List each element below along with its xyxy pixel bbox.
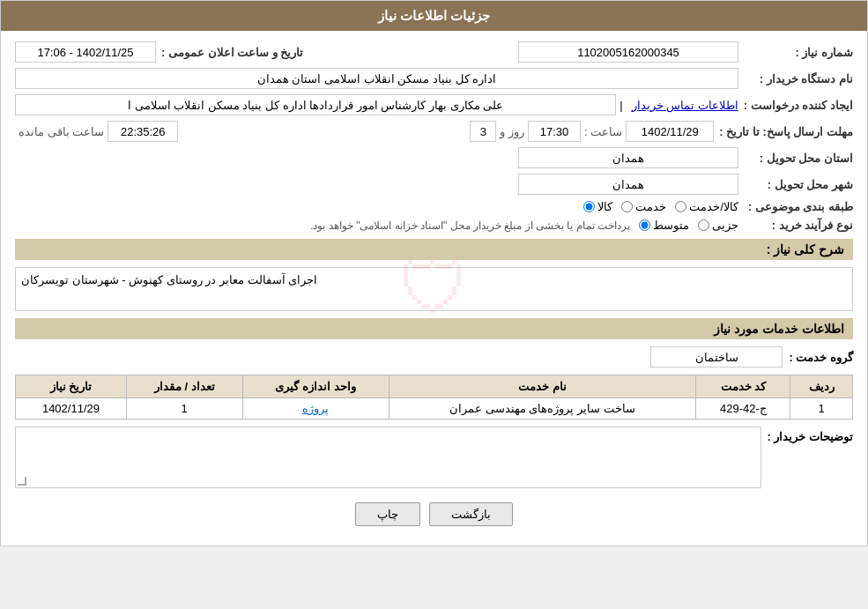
category-row: طبقه بندی موضوعی : کالا خدمت کالا/خدمت: [15, 200, 853, 213]
province-label: استان محل تحویل :: [738, 152, 853, 165]
purchase-type-minor-radio[interactable]: [698, 219, 709, 231]
creator-row: ایجاد کننده درخواست : اطلاعات تماس خریدا…: [15, 94, 853, 115]
category-goods-radio[interactable]: [583, 201, 595, 212]
creator-value: علی مکاری بهار کارشناس امور قراردادها اد…: [15, 94, 616, 115]
city-row: شهر محل تحویل : همدان: [15, 174, 853, 195]
category-label: طبقه بندی موضوعی :: [738, 200, 853, 213]
purchase-type-minor[interactable]: جزیی: [698, 219, 738, 232]
description-value-box: اجرای آسفالت معابر در روستای کهنوش - شهر…: [15, 267, 853, 311]
category-option-goods[interactable]: کالا: [583, 200, 612, 213]
service-group-value: ساختمان: [650, 346, 783, 368]
city-value: همدان: [518, 174, 738, 195]
category-both-radio[interactable]: [675, 201, 686, 212]
cell-service-code: ج-42-429: [696, 398, 790, 420]
service-info-divider: اطلاعات خدمات مورد نیاز: [15, 318, 853, 339]
page-header: جزئیات اطلاعات نیاز: [1, 1, 867, 31]
announcement-value: 1402/11/25 - 17:06: [15, 41, 156, 63]
countdown-value: 22:35:26: [108, 121, 178, 142]
category-service-label: خدمت: [635, 200, 666, 213]
buyer-desc-row: توضیحات خریدار :: [15, 427, 853, 488]
service-table: ردیف کد خدمت نام خدمت واحد اندازه گیری ت…: [15, 375, 853, 420]
resize-handle: [18, 477, 26, 486]
purchase-type-notice: پرداخت تمام یا بخشی از مبلغ خریدار محل "…: [310, 219, 630, 232]
purchase-type-label: نوع فرآیند خرید :: [738, 219, 853, 232]
service-group-label: گروه خدمت :: [783, 351, 853, 364]
category-option-both[interactable]: کالا/خدمت: [675, 200, 738, 213]
cell-row-num: 1: [790, 398, 853, 420]
notice-number-value: 1102005162000345: [518, 41, 738, 63]
category-service-radio[interactable]: [621, 201, 633, 212]
category-both-label: کالا/خدمت: [689, 200, 738, 213]
table-row: 1ج-42-429ساخت سایر پروژه‌های مهندسی عمرا…: [16, 398, 853, 420]
service-group-row: گروه خدمت : ساختمان: [15, 346, 853, 368]
cell-unit: پروژه: [242, 398, 389, 420]
purchase-type-minor-label: جزیی: [712, 219, 738, 232]
buyer-org-label: نام دستگاه خریدار :: [738, 72, 853, 85]
notice-number-row: شماره نیاز : 1102005162000345 تاریخ و سا…: [15, 41, 853, 63]
buyer-desc-label: توضیحات خریدار :: [761, 427, 853, 443]
description-divider: شرح کلی نیاز :: [15, 239, 853, 260]
purchase-type-medium[interactable]: متوسط: [639, 219, 689, 232]
deadline-days-value: 3: [470, 121, 496, 142]
announcement-label: تاریخ و ساعت اعلان عمومی :: [156, 46, 312, 59]
service-table-header-row: ردیف کد خدمت نام خدمت واحد اندازه گیری ت…: [16, 375, 853, 398]
buyer-org-value: اداره کل بنیاد مسکن انقلاب اسلامی استان …: [15, 68, 738, 89]
purchase-type-medium-label: متوسط: [653, 219, 689, 232]
category-option-service[interactable]: خدمت: [621, 200, 666, 213]
col-service-name: نام خدمت: [389, 375, 696, 398]
back-button[interactable]: بازگشت: [429, 502, 513, 526]
cell-date: 1402/11/29: [16, 398, 127, 420]
col-row-num: ردیف: [790, 375, 853, 398]
notice-number-label: شماره نیاز :: [738, 46, 853, 59]
service-table-body: 1ج-42-429ساخت سایر پروژه‌های مهندسی عمرا…: [16, 398, 853, 420]
deadline-row: مهلت ارسال پاسخ: تا تاریخ : 1402/11/29 س…: [15, 121, 853, 142]
buyer-desc-box[interactable]: [15, 427, 761, 488]
cell-service-name: ساخت سایر پروژه‌های مهندسی عمران: [389, 398, 696, 420]
col-date: تاریخ نیاز: [16, 375, 127, 398]
purchase-type-medium-radio[interactable]: [639, 219, 650, 231]
purchase-type-row: نوع فرآیند خرید : متوسط جزیی پرداخت تمام…: [15, 219, 853, 232]
category-radio-group: کالا خدمت کالا/خدمت: [583, 200, 738, 213]
deadline-days-label: روز و: [496, 125, 528, 138]
deadline-time-label: ساعت :: [581, 125, 626, 138]
cell-unit-link[interactable]: پروژه: [302, 402, 329, 415]
buyer-org-row: نام دستگاه خریدار : اداره کل بنیاد مسکن …: [15, 68, 853, 89]
deadline-date-value: 1402/11/29: [626, 121, 714, 142]
cell-quantity: 1: [126, 398, 242, 420]
creator-contact-link[interactable]: اطلاعات تماس خریدار: [632, 99, 738, 112]
col-service-code: کد خدمت: [696, 375, 790, 398]
col-unit: واحد اندازه گیری: [242, 375, 389, 398]
description-container: اجرای آسفالت معابر در روستای کهنوش - شهر…: [15, 267, 853, 311]
creator-label: ایجاد کننده درخواست :: [738, 99, 853, 112]
button-row: بازگشت چاپ: [15, 502, 853, 526]
deadline-label: مهلت ارسال پاسخ: تا تاریخ :: [714, 125, 853, 138]
category-goods-label: کالا: [597, 200, 612, 213]
deadline-time-value: 17:30: [528, 121, 581, 142]
province-row: استان محل تحویل : همدان: [15, 147, 853, 168]
creator-separator: |: [616, 99, 626, 112]
col-quantity: تعداد / مقدار: [126, 375, 242, 398]
page-title: جزئیات اطلاعات نیاز: [378, 8, 490, 23]
countdown-label: ساعت باقی مانده: [15, 125, 108, 138]
purchase-type-radio-group: متوسط جزیی: [639, 219, 738, 232]
province-value: همدان: [518, 147, 738, 168]
print-button[interactable]: چاپ: [355, 502, 420, 526]
description-text: اجرای آسفالت معابر در روستای کهنوش - شهر…: [21, 273, 317, 286]
service-table-header: ردیف کد خدمت نام خدمت واحد اندازه گیری ت…: [16, 375, 853, 398]
city-label: شهر محل تحویل :: [738, 178, 853, 191]
